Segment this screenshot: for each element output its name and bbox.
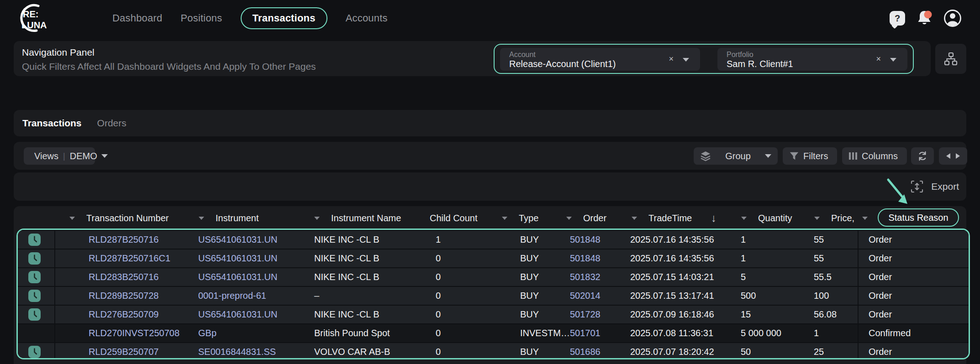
column-header[interactable]: Instrument <box>216 208 258 229</box>
export-icon <box>910 180 924 193</box>
column-menu-icon[interactable] <box>566 217 572 220</box>
columns-button[interactable]: Columns <box>842 147 907 165</box>
cell-type: INVESTM… <box>520 324 570 342</box>
portfolio-select-value: Sam R. Client#1 <box>727 59 793 69</box>
table-row[interactable]: RLD287B250716C1US6541061031.UNNIKE INC -… <box>18 249 969 267</box>
cell-quantity: 5 000 000 <box>741 324 781 342</box>
account-select-value: Release-Account (Client1) <box>509 59 616 69</box>
nav-item-transactions[interactable]: Transactions <box>241 7 327 29</box>
column-header[interactable]: Price, <box>831 208 854 229</box>
cell-instrument[interactable]: US6541061031.UN <box>198 231 277 249</box>
column-menu-icon[interactable] <box>814 217 820 220</box>
cell-price: 55 <box>814 250 824 267</box>
cell-child-count: 0 <box>436 250 441 267</box>
table-rows: RLD287B250716US6541061031.UNNIKE INC -CL… <box>18 230 969 358</box>
cell-status-reason: Order <box>869 231 892 249</box>
cell-instrument[interactable]: US6541061031.UN <box>198 268 277 286</box>
user-avatar-icon[interactable] <box>943 9 962 27</box>
clear-icon[interactable]: × <box>669 54 674 64</box>
cell-instrument[interactable]: US6541061031.UN <box>198 250 277 267</box>
table-row[interactable]: RLD276B250709US6541061031.UNNIKE INC -CL… <box>18 305 969 323</box>
chevron-down-icon[interactable] <box>890 58 896 62</box>
column-header[interactable]: TradeTime <box>648 208 692 229</box>
cell-instrument-name: NIKE INC -CL B <box>314 250 379 267</box>
column-header[interactable]: Type <box>519 208 538 229</box>
cell-transaction-number[interactable]: RLD283B250716 <box>89 268 158 286</box>
table-row[interactable]: RLD259B250707SE0016844831.SSVOLVO CAR AB… <box>18 342 969 359</box>
column-header[interactable]: Instrument Name <box>331 208 401 229</box>
cell-order[interactable]: 502014 <box>570 287 601 305</box>
cell-order[interactable]: 501701 <box>570 324 601 342</box>
cell-instrument[interactable]: US6541061031.UN <box>198 306 277 323</box>
nav-item-dashboard[interactable]: Dashboard <box>112 12 162 24</box>
group-button[interactable]: Group <box>694 147 778 165</box>
portfolio-select[interactable]: Portfolio Sam R. Client#1 × <box>717 48 907 71</box>
notification-dot <box>924 11 932 19</box>
nav-item-positions[interactable]: Positions <box>180 12 222 24</box>
cell-order[interactable]: 501728 <box>570 306 601 323</box>
sub-tabs: TransactionsOrders <box>22 110 126 136</box>
cell-order[interactable]: 501686 <box>570 343 601 359</box>
reluna-logo[interactable]: RE: LUNA <box>11 4 55 33</box>
chevron-down-icon[interactable] <box>683 58 689 62</box>
column-header[interactable]: Order <box>583 208 606 229</box>
column-header[interactable]: Child Count <box>430 208 478 229</box>
cell-type: BUY <box>520 343 539 359</box>
cell-transaction-number[interactable]: RLD276B250709 <box>89 306 158 323</box>
column-header-status-reason[interactable]: Status Reason <box>878 208 959 227</box>
table-row[interactable]: RLD289B2507280001-preprod-61–0BUY5020142… <box>18 286 969 305</box>
account-select[interactable]: Account Release-Account (Client1) × <box>500 48 700 71</box>
cell-instrument[interactable]: SE0016844831.SS <box>198 343 276 359</box>
column-menu-icon[interactable] <box>862 217 868 220</box>
clock-icon <box>28 308 41 321</box>
layers-icon <box>700 151 711 161</box>
main-nav: DashboardPositionsTransactionsAccounts <box>112 0 388 36</box>
column-menu-icon[interactable] <box>69 217 75 220</box>
org-chart-icon <box>943 52 958 66</box>
cell-trade-time: 2025.07.07 18:20:42 <box>630 343 714 359</box>
nav-item-accounts[interactable]: Accounts <box>346 12 388 24</box>
tab-transactions[interactable]: Transactions <box>22 118 82 129</box>
cell-transaction-number[interactable]: RLD287B250716 <box>89 231 158 249</box>
quick-filter-group: Account Release-Account (Client1) × Port… <box>494 44 914 74</box>
cell-transaction-number[interactable]: RLD270INVST250708 <box>89 324 179 342</box>
column-header[interactable]: Quantity <box>758 208 792 229</box>
table-header: Transaction NumberInstrumentInstrument N… <box>14 208 966 229</box>
cell-transaction-number[interactable]: RLD287B250716C1 <box>89 250 170 267</box>
cell-child-count: 0 <box>436 343 441 359</box>
cell-type: BUY <box>520 250 539 267</box>
cell-instrument[interactable]: GBp <box>198 324 216 342</box>
cell-quantity: 1 <box>741 231 746 249</box>
column-menu-icon[interactable] <box>314 217 320 220</box>
cell-order[interactable]: 501832 <box>570 268 601 286</box>
refresh-button[interactable] <box>911 147 934 165</box>
clear-icon[interactable]: × <box>876 54 881 64</box>
export-button[interactable]: Export <box>910 172 959 201</box>
tab-orders[interactable]: Orders <box>97 118 126 129</box>
cell-transaction-number[interactable]: RLD259B250707 <box>89 343 158 359</box>
sort-desc-icon[interactable]: ↓ <box>711 208 717 229</box>
cell-child-count: 0 <box>436 287 441 305</box>
pagination-arrows-button[interactable] <box>939 147 967 165</box>
column-header[interactable]: Transaction Number <box>86 208 169 229</box>
column-menu-icon[interactable] <box>632 217 637 220</box>
hierarchy-view-button[interactable] <box>935 44 966 74</box>
column-menu-icon[interactable] <box>199 217 204 220</box>
rows-highlight-outline: RLD287B250716US6541061031.UNNIKE INC -CL… <box>16 229 970 359</box>
notifications-bell-icon[interactable] <box>915 9 933 27</box>
cell-order[interactable]: 501848 <box>570 250 601 267</box>
cell-transaction-number[interactable]: RLD289B250728 <box>89 287 158 305</box>
column-menu-icon[interactable] <box>741 217 747 220</box>
cell-instrument[interactable]: 0001-preprod-61 <box>198 287 266 305</box>
column-menu-icon[interactable] <box>502 217 507 220</box>
cell-child-count: 0 <box>436 306 441 323</box>
table-row[interactable]: RLD270INVST250708GBpBritish Pound Spot0I… <box>18 323 969 342</box>
views-button[interactable]: Views | DEMO <box>24 147 95 165</box>
table-row[interactable]: RLD287B250716US6541061031.UNNIKE INC -CL… <box>18 230 969 249</box>
help-icon[interactable]: ? <box>890 11 905 26</box>
filters-button[interactable]: Filters <box>783 147 837 165</box>
cell-trade-time: 2025.07.16 14:35:56 <box>630 231 714 249</box>
cell-quantity: 15 <box>741 306 751 323</box>
table-row[interactable]: RLD283B250716US6541061031.UNNIKE INC -CL… <box>18 267 969 286</box>
cell-order[interactable]: 501848 <box>570 231 601 249</box>
